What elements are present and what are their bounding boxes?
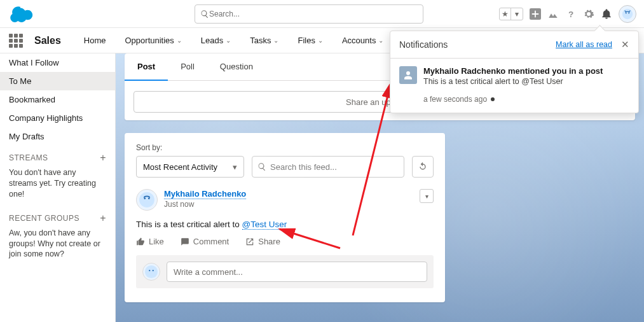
svg-point-10: [153, 270, 154, 271]
salesforce-logo[interactable]: [9, 5, 37, 23]
svg-point-5: [139, 192, 154, 207]
sidebar-item-to-me[interactable]: To Me: [0, 72, 115, 90]
post-body: This is a test critical alert to @Test U…: [136, 220, 434, 229]
app-launcher-icon[interactable]: [9, 34, 23, 48]
favorites-button[interactable]: ★▾: [499, 8, 523, 20]
user-mention-link[interactable]: @Test User: [242, 220, 287, 230]
mark-all-as-read-link[interactable]: Mark all as read: [556, 40, 612, 49]
user-avatar[interactable]: [619, 5, 636, 23]
sidebar-item-what-i-follow[interactable]: What I Follow: [0, 53, 115, 72]
global-search[interactable]: [195, 4, 423, 24]
global-actions-icon[interactable]: [530, 8, 541, 20]
setup-gear-icon[interactable]: [583, 8, 594, 20]
comment-icon: [181, 237, 189, 246]
sidebar-item-bookmarked[interactable]: Bookmarked: [0, 90, 115, 109]
global-search-input[interactable]: [209, 10, 418, 18]
svg-point-2: [622, 8, 633, 19]
composer-tab-post[interactable]: Post: [125, 53, 168, 81]
sidebar: What I Follow To Me Bookmarked Company H…: [0, 53, 116, 322]
nav-item-home[interactable]: Home: [80, 28, 110, 53]
chevron-down-icon: ⌄: [177, 37, 182, 44]
composer-tab-question[interactable]: Question: [207, 53, 266, 80]
trailhead-icon[interactable]: [547, 8, 559, 20]
nav-item-tasks[interactable]: Tasks⌄: [246, 28, 282, 53]
chevron-down-icon: ⌄: [318, 37, 323, 44]
feed-post: ▾ Mykhailo Radchenko Just now This is a …: [136, 189, 434, 288]
refresh-feed-button[interactable]: [412, 156, 434, 178]
share-icon: [245, 237, 254, 246]
search-icon: [200, 10, 209, 18]
nav-item-files[interactable]: Files⌄: [294, 28, 326, 53]
notifications-title: Notifications: [399, 39, 448, 50]
chevron-down-icon: ⌄: [226, 37, 231, 44]
chevron-down-icon: ⌄: [378, 37, 383, 44]
notification-item-body: This is a test critical alert to @Test U…: [423, 77, 603, 86]
svg-point-4: [628, 12, 629, 13]
person-icon: [402, 69, 414, 81]
groups-hint: Aw, you don't have any groups! Why not c…: [0, 227, 115, 267]
nav-item-leads[interactable]: Leads⌄: [197, 28, 235, 53]
sidebar-item-company-highlights[interactable]: Company Highlights: [0, 109, 115, 127]
svg-point-8: [145, 265, 158, 278]
feed-search[interactable]: [252, 156, 404, 178]
svg-point-3: [626, 12, 627, 13]
nav-item-opportunities[interactable]: Opportunities⌄: [121, 28, 186, 53]
sidebar-item-my-drafts[interactable]: My Drafts: [0, 127, 115, 146]
close-notifications-button[interactable]: ✕: [621, 39, 629, 50]
comment-avatar: [142, 263, 160, 281]
like-button[interactable]: Like: [136, 237, 164, 246]
post-author-link[interactable]: Mykhailo Radchenko: [164, 189, 246, 199]
svg-point-6: [144, 197, 146, 199]
recent-groups-heading: RECENT GROUPS: [9, 214, 79, 223]
notification-item[interactable]: Mykhailo Radchenko mentioned you in a po…: [390, 59, 638, 113]
post-timestamp: Just now: [164, 200, 194, 209]
sort-dropdown[interactable]: Most Recent Activity: [136, 156, 244, 178]
svg-point-7: [148, 197, 150, 199]
add-stream-button[interactable]: +: [100, 152, 106, 164]
nav-item-accounts[interactable]: Accounts⌄: [338, 28, 387, 53]
streams-heading: STREAMS: [9, 153, 48, 162]
help-icon[interactable]: ?: [565, 8, 577, 20]
post-menu-button[interactable]: ▾: [420, 189, 434, 203]
chevron-down-icon: ⌄: [273, 37, 278, 44]
sort-label: Sort by:: [136, 143, 434, 152]
like-icon: [136, 237, 145, 246]
svg-point-9: [149, 270, 150, 271]
comment-input[interactable]: Write a comment...: [167, 262, 427, 282]
svg-text:?: ?: [568, 9, 573, 18]
refresh-icon: [418, 162, 428, 172]
streams-hint: You don't have any streams yet. Try crea…: [0, 166, 115, 206]
post-avatar[interactable]: [136, 189, 158, 211]
notification-timestamp: a few seconds ago: [423, 95, 629, 104]
notification-item-title: Mykhailo Radchenko mentioned you in a po…: [423, 66, 603, 76]
comment-button[interactable]: Comment: [181, 237, 229, 246]
feed-card: Sort by: Most Recent Activity ▾: [125, 133, 445, 302]
share-button[interactable]: Share: [245, 237, 280, 246]
notification-avatar: [399, 66, 417, 84]
notifications-panel: Notifications Mark all as read ✕ Mykhail…: [390, 31, 639, 113]
add-group-button[interactable]: +: [100, 213, 106, 224]
notifications-bell-icon[interactable]: [601, 8, 612, 20]
search-icon: [257, 162, 266, 171]
app-name: Sales: [34, 35, 61, 46]
feed-search-input[interactable]: [270, 162, 399, 172]
composer-tab-poll[interactable]: Poll: [168, 53, 207, 80]
